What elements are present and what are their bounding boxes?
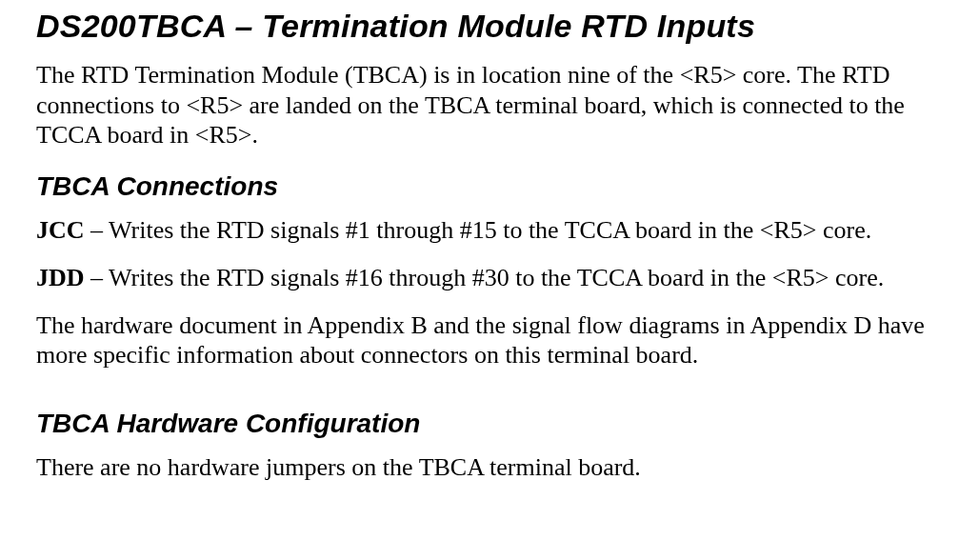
connection-definition-jdd: JDD – Writes the RTD signals #16 through…	[36, 263, 943, 293]
page-title: DS200TBCA – Termination Module RTD Input…	[36, 8, 943, 45]
appendix-note: The hardware document in Appendix B and …	[36, 310, 943, 370]
section-heading-hwconfig: TBCA Hardware Configuration	[36, 409, 943, 439]
connection-desc: – Writes the RTD signals #16 through #30…	[85, 264, 885, 291]
intro-paragraph: The RTD Termination Module (TBCA) is in …	[36, 60, 943, 150]
section-heading-connections: TBCA Connections	[36, 171, 943, 202]
connection-label: JCC	[36, 216, 85, 244]
connection-desc: – Writes the RTD signals #1 through #15 …	[85, 216, 872, 244]
connection-label: JDD	[36, 264, 85, 291]
connection-definition-jcc: JCC – Writes the RTD signals #1 through …	[36, 215, 943, 246]
hwconfig-paragraph: There are no hardware jumpers on the TBC…	[36, 452, 943, 483]
document-page: DS200TBCA – Termination Module RTD Input…	[0, 0, 979, 560]
